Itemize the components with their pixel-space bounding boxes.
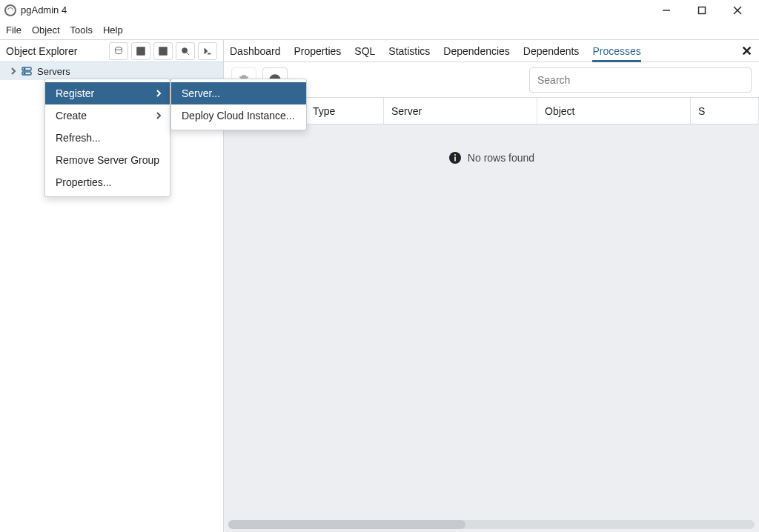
info-icon [448,151,462,164]
search-objects-icon[interactable] [176,42,195,60]
tab-bar: Dashboard Properties SQL Statistics Depe… [224,40,759,62]
ctx-create-label: Create [56,110,87,122]
maximize-button[interactable] [691,0,713,21]
scrollbar-thumb[interactable] [228,520,465,529]
no-rows-text: No rows found [468,152,534,164]
menu-file[interactable]: File [6,24,21,36]
ctx-register[interactable]: Register [45,82,170,104]
object-tree: Servers [0,62,223,80]
column-object[interactable]: Object [537,98,691,124]
chevron-right-icon [155,112,162,119]
window-controls [655,0,755,21]
horizontal-scrollbar[interactable] [228,520,755,529]
search-input[interactable] [537,74,743,86]
object-explorer-panel: Object Explorer Servers Register [0,40,224,532]
ctx-register-server-label: Server... [182,87,220,99]
ctx-remove-server-group[interactable]: Remove Server Group [45,149,170,171]
column-more[interactable]: S [691,98,759,124]
ctx-refresh-label: Refresh... [56,132,101,144]
context-menu: Register Create Refresh... Remove Server… [44,79,170,197]
menubar: File Object Tools Help [0,21,759,40]
search-box[interactable] [529,67,752,93]
tree-node-servers[interactable]: Servers [0,62,223,80]
svg-rect-23 [454,157,456,162]
tab-close-icon[interactable]: ✕ [740,44,753,58]
svg-rect-5 [137,47,145,55]
ctx-properties-label: Properties... [56,176,111,188]
tab-processes[interactable]: Processes [592,40,640,62]
ctx-deploy-cloud[interactable]: Deploy Cloud Instance... [171,104,306,127]
grid-body: No rows found [224,124,759,532]
titlebar: pgAdmin 4 [0,0,759,21]
object-explorer-header: Object Explorer [0,40,223,62]
tab-dependencies[interactable]: Dependencies [443,40,510,62]
ctx-properties[interactable]: Properties... [45,171,170,193]
menu-help[interactable]: Help [103,24,123,36]
svg-point-24 [454,154,456,156]
ctx-remove-label: Remove Server Group [56,154,159,166]
svg-point-19 [24,73,25,74]
object-explorer-title: Object Explorer [6,45,109,57]
tree-node-label: Servers [37,66,70,77]
ctx-refresh[interactable]: Refresh... [45,127,170,149]
servers-icon [21,65,33,77]
psql-tool-icon[interactable] [198,42,217,60]
close-button[interactable] [726,0,749,21]
minimize-button[interactable] [655,0,677,21]
app-icon [4,4,16,16]
tab-properties[interactable]: Properties [294,40,342,62]
ctx-register-label: Register [56,87,94,99]
ctx-create[interactable]: Create [45,104,170,127]
menu-tools[interactable]: Tools [70,24,93,36]
chevron-right-icon [9,67,18,76]
ctx-register-server[interactable]: Server... [171,82,306,104]
register-submenu: Server... Deploy Cloud Instance... [170,79,307,130]
svg-rect-1 [699,7,706,13]
svg-point-13 [182,47,188,53]
filter-rows-icon[interactable] [153,42,173,60]
svg-rect-10 [159,47,168,55]
no-rows-message: No rows found [224,151,759,164]
tab-dependents[interactable]: Dependents [523,40,580,62]
query-tool-icon[interactable] [109,42,128,60]
ctx-deploy-cloud-label: Deploy Cloud Instance... [182,110,295,122]
chevron-right-icon [155,90,162,97]
svg-line-14 [187,52,190,55]
column-server[interactable]: Server [384,98,537,124]
tab-sql[interactable]: SQL [354,40,375,62]
view-data-icon[interactable] [131,42,150,60]
window-title: pgAdmin 4 [21,4,655,16]
column-type[interactable]: Type [305,98,384,124]
tab-dashboard[interactable]: Dashboard [230,40,281,62]
svg-point-18 [24,68,25,70]
svg-point-4 [116,47,122,50]
tab-statistics[interactable]: Statistics [388,40,430,62]
menu-object[interactable]: Object [32,24,60,36]
